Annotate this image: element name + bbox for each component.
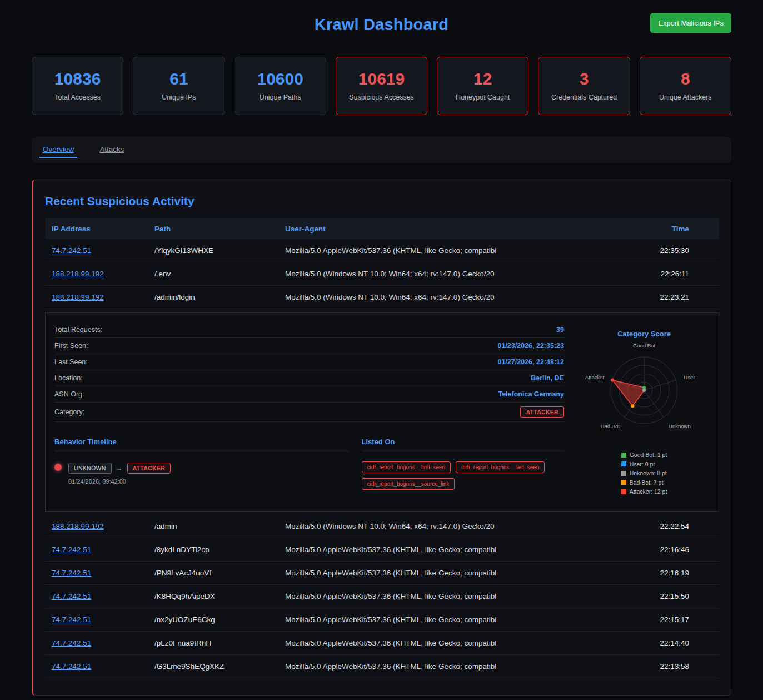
detail-field: Location: Berlin, DE (54, 370, 564, 386)
stat-card: 10600 Unique Paths (235, 57, 326, 115)
timeline-date: 01/24/2026, 09:42:00 (68, 478, 171, 485)
detail-subcols: Behavior Timeline UNKNOWN → ATTACKER 01/… (54, 438, 564, 490)
table-row[interactable]: 74.7.242.51 /PN9LvAcJ4uoVf Mozilla/5.0 A… (45, 562, 719, 585)
table-row[interactable]: 74.7.242.51 /K8HQq9hAipeDX Mozilla/5.0 A… (45, 585, 719, 608)
svg-text:Bad Bot: Bad Bot (601, 423, 620, 429)
ip-link[interactable]: 74.7.242.51 (52, 662, 91, 671)
legend-label: Unknown: 0 pt (630, 470, 667, 476)
field-value: Telefonica Germany (498, 390, 564, 398)
table-header-row: IP Address Path User-Agent Time (45, 218, 719, 239)
stat-card: 10836 Total Accesses (32, 57, 123, 115)
table-row[interactable]: 74.7.242.51 /8ykdLnDYTi2cp Mozilla/5.0 A… (45, 538, 719, 562)
page: Krawl Dashboard Export Malicious IPs 108… (0, 0, 763, 700)
legend-label: User: 0 pt (630, 461, 655, 468)
svg-text:Good Bot: Good Bot (633, 342, 655, 349)
table-row[interactable]: 74.7.242.51 /G3Lme9ShEQgXKZ Mozilla/5.0 … (45, 655, 719, 678)
stat-label: Unique IPs (137, 93, 221, 101)
column-header-time: Time (624, 225, 712, 233)
path-cell: /admin (154, 522, 285, 530)
legend-swatch-icon (621, 480, 626, 485)
ip-link[interactable]: 74.7.242.51 (52, 615, 91, 624)
stat-value: 10600 (238, 69, 322, 88)
user-agent-cell: Mozilla/5.0 (Windows NT 10.0; Win64; x64… (285, 270, 624, 278)
legend-swatch-icon (621, 471, 626, 476)
stat-value: 12 (441, 69, 525, 88)
stat-card: 3 Credentials Captured (538, 57, 630, 115)
chart-title: Category Score (579, 330, 710, 338)
time-cell: 22:15:50 (624, 592, 712, 600)
export-malicious-ips-button[interactable]: Export Malicious IPs (650, 13, 731, 33)
time-cell: 22:16:46 (624, 545, 712, 554)
listed-on-badge[interactable]: cidr_report_bogons__source_link (362, 478, 455, 490)
ip-link[interactable]: 188.218.99.192 (52, 522, 104, 530)
stat-card: 12 Honeypot Caught (437, 57, 528, 115)
field-value: Berlin, DE (531, 374, 564, 382)
timeline-item: UNKNOWN → ATTACKER 01/24/2026, 09:42:00 (54, 463, 348, 485)
column-header-user-agent: User-Agent (285, 225, 624, 233)
ip-link[interactable]: 188.218.99.192 (52, 293, 104, 301)
detail-field: Category: ATTACKER (54, 403, 564, 422)
radar-legend: Good Bot: 1 pt User: 0 pt Unknown: 0 pt … (621, 451, 667, 495)
ip-link[interactable]: 74.7.242.51 (52, 246, 91, 255)
stat-label: Honeypot Caught (441, 93, 525, 101)
column-header-ip: IP Address (52, 225, 154, 233)
legend-label: Attacker: 12 pt (630, 488, 667, 495)
behavior-timeline-section: Behavior Timeline UNKNOWN → ATTACKER 01/… (54, 438, 348, 490)
page-title: Krawl Dashboard (32, 12, 731, 34)
stat-value: 3 (542, 69, 626, 88)
listed-on-badge[interactable]: cidr_report_bogons__first_seen (362, 461, 451, 473)
stat-label: Unique Attackers (644, 93, 727, 101)
ip-link[interactable]: 74.7.242.51 (52, 592, 91, 600)
path-cell: /PN9LvAcJ4uoVf (154, 569, 285, 577)
legend-swatch-icon (621, 489, 626, 494)
stat-value: 61 (137, 69, 221, 88)
stat-value: 10836 (36, 69, 119, 88)
field-label: Last Seen: (54, 358, 88, 366)
timeline-badges: UNKNOWN → ATTACKER (68, 463, 171, 474)
ip-link[interactable]: 188.218.99.192 (52, 270, 104, 278)
tabs: OverviewAttacks (32, 137, 731, 163)
listed-on-section: Listed On cidr_report_bogons__first_seen… (362, 438, 564, 490)
field-label: First Seen: (54, 342, 88, 350)
detail-field: ASN Org: Telefonica Germany (54, 386, 564, 403)
legend-swatch-icon (621, 453, 626, 458)
field-label: Location: (54, 374, 83, 382)
table-row[interactable]: 74.7.242.51 /YiqykGI13WHXE Mozilla/5.0 A… (45, 239, 719, 262)
legend-label: Bad Bot: 7 pt (630, 479, 664, 486)
listed-badges: cidr_report_bogons__first_seencidr_repor… (362, 461, 564, 490)
column-header-path: Path (154, 225, 285, 233)
timeline-content: UNKNOWN → ATTACKER 01/24/2026, 09:42:00 (68, 463, 171, 485)
table-row[interactable]: 188.218.99.192 /admin/login Mozilla/5.0 … (45, 286, 719, 309)
field-label: Category: (54, 408, 84, 416)
ip-link[interactable]: 74.7.242.51 (52, 639, 91, 647)
legend-item: Attacker: 12 pt (621, 488, 667, 495)
user-agent-cell: Mozilla/5.0 AppleWebKit/537.36 (KHTML, l… (285, 615, 624, 624)
field-value: 39 (556, 326, 564, 334)
listed-on-badge[interactable]: cidr_report_bogons__last_seen (456, 461, 545, 473)
ip-link[interactable]: 74.7.242.51 (52, 545, 91, 554)
user-agent-cell: Mozilla/5.0 (Windows NT 10.0; Win64; x64… (285, 293, 624, 301)
detail-field: Total Requests: 39 (54, 322, 564, 338)
table-row[interactable]: 188.218.99.192 /.env Mozilla/5.0 (Window… (45, 262, 719, 286)
stat-label: Total Accesses (36, 93, 119, 101)
ip-detail-panel: Total Requests: 39 First Seen: 01/23/202… (45, 312, 719, 512)
tab-attacks[interactable]: Attacks (96, 142, 127, 158)
user-agent-cell: Mozilla/5.0 AppleWebKit/537.36 (KHTML, l… (285, 545, 624, 554)
behavior-timeline-title: Behavior Timeline (54, 438, 348, 451)
tab-overview[interactable]: Overview (39, 142, 77, 158)
ip-link[interactable]: 74.7.242.51 (52, 569, 91, 577)
path-cell: /8ykdLnDYTi2cp (154, 545, 285, 554)
field-value: 01/23/2026, 22:35:23 (497, 342, 564, 350)
time-cell: 22:26:11 (624, 270, 712, 278)
table-row[interactable]: 74.7.242.51 /pLz0Fnua9fRhH Mozilla/5.0 A… (45, 632, 719, 655)
table-row[interactable]: 188.218.99.192 /admin Mozilla/5.0 (Windo… (45, 515, 719, 538)
time-cell: 22:13:58 (624, 662, 712, 671)
stats-row: 10836 Total Accesses 61 Unique IPs 10600… (32, 57, 731, 115)
legend-swatch-icon (621, 461, 626, 466)
timeline-marker-icon (54, 464, 62, 471)
table-row[interactable]: 74.7.242.51 /nx2yUOZuE6Ckg Mozilla/5.0 A… (45, 608, 719, 632)
stat-label: Suspicious Accesses (340, 93, 423, 101)
table-body-top: 74.7.242.51 /YiqykGI13WHXE Mozilla/5.0 A… (45, 239, 719, 309)
path-cell: /.env (154, 270, 285, 278)
stat-label: Unique Paths (238, 93, 322, 101)
